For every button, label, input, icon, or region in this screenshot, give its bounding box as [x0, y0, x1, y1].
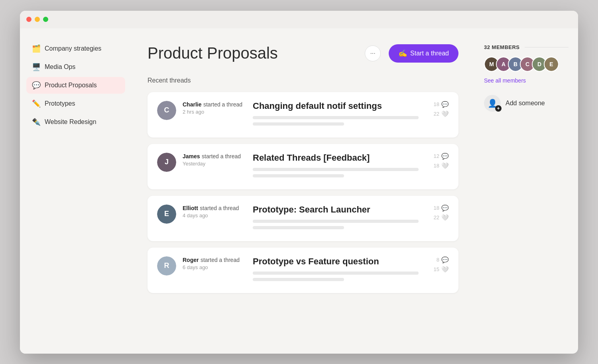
main-header: Product Proposals ··· ✍️ Start a thread: [148, 44, 458, 63]
like-stat: 18 🤍: [434, 162, 449, 169]
thread-avatar: J: [157, 153, 176, 172]
thread-card[interactable]: C Charlie started a thread 2 hrs ago Cha…: [148, 92, 458, 138]
plus-icon: +: [495, 105, 502, 112]
thread-author-action: James started a thread: [183, 153, 246, 160]
sidebar-item-website-redesign[interactable]: ✒️ Website Redesign: [26, 114, 125, 130]
thread-preview-line-1: [253, 220, 419, 223]
thread-avatar: E: [157, 205, 176, 224]
thread-preview-line-1: [253, 116, 419, 119]
heart-icon: 🤍: [441, 266, 449, 273]
thread-author-action: Charlie started a thread: [183, 101, 246, 108]
thread-stats: 18 💬 22 🤍: [425, 101, 449, 118]
add-someone-button[interactable]: 👤 + Add someone: [484, 95, 568, 112]
comment-stat: 18 💬: [434, 205, 449, 212]
sidebar-label-company-strategies: Company strategies: [45, 45, 101, 52]
add-someone-label: Add someone: [506, 100, 545, 107]
comment-icon: 💬: [441, 205, 449, 212]
thread-preview-line-2: [253, 278, 344, 281]
thread-time: 2 hrs ago: [183, 109, 246, 115]
thread-meta: Roger started a thread 6 days ago: [183, 256, 246, 270]
members-header: 32 MEMBERS: [484, 44, 568, 50]
thread-card[interactable]: J James started a thread Yesterday Relat…: [148, 144, 458, 189]
see-all-members-link[interactable]: See all members: [484, 77, 568, 84]
comment-stat: 12 💬: [434, 153, 449, 160]
thread-time: 4 days ago: [183, 212, 246, 218]
comment-count: 18: [434, 205, 439, 211]
thread-title: Changing default notif settings: [253, 101, 419, 111]
thread-title: Prototype vs Feature question: [253, 256, 419, 267]
sidebar-item-company-strategies[interactable]: 🗂️ Company strategies: [26, 40, 125, 57]
sidebar-item-product-proposals[interactable]: 💬 Product Proposals: [26, 77, 125, 94]
sidebar-icon-website-redesign: ✒️: [32, 118, 41, 126]
heart-icon: 🤍: [441, 214, 449, 221]
thread-time: Yesterday: [183, 161, 246, 167]
thread-author: Charlie: [183, 101, 201, 108]
heart-icon: 🤍: [441, 162, 449, 169]
sidebar-icon-product-proposals: 💬: [32, 81, 41, 90]
app-window: 🗂️ Company strategies 🖥️ Media Ops 💬 Pro…: [20, 11, 578, 354]
thread-action: started a thread: [203, 101, 242, 108]
comment-icon: 💬: [441, 256, 449, 264]
thread-body: Prototype: Search Launcher: [253, 205, 419, 232]
sidebar-label-website-redesign: Website Redesign: [45, 118, 96, 126]
thread-time: 6 days ago: [183, 264, 246, 270]
sidebar-label-media-ops: Media Ops: [45, 63, 75, 71]
thread-stats: 12 💬 18 🤍: [425, 153, 449, 169]
thread-author: Elliott: [183, 205, 198, 211]
titlebar: [20, 11, 578, 28]
sidebar-item-media-ops[interactable]: 🖥️ Media Ops: [26, 59, 125, 75]
members-count: 32 MEMBERS: [484, 44, 520, 50]
like-stat: 22 🤍: [434, 110, 449, 118]
members-avatars: M A B C D E: [484, 57, 568, 72]
thread-preview-line-2: [253, 174, 344, 177]
like-stat: 22 🤍: [434, 214, 449, 221]
comment-icon: 💬: [441, 101, 449, 108]
pen-icon: ✍️: [398, 49, 407, 58]
thread-card[interactable]: R Roger started a thread 6 days ago Prot…: [148, 248, 458, 293]
thread-stats: 18 💬 22 🤍: [425, 205, 449, 221]
thread-preview-line-2: [253, 226, 344, 229]
content-area: 🗂️ Company strategies 🖥️ Media Ops 💬 Pro…: [20, 28, 578, 354]
thread-author: James: [183, 153, 200, 159]
thread-title: Prototype: Search Launcher: [253, 205, 419, 215]
like-count: 22: [434, 214, 439, 220]
comment-count: 12: [434, 153, 439, 159]
add-avatar-wrap: 👤 +: [484, 95, 501, 112]
thread-card[interactable]: E Elliott started a thread 4 days ago Pr…: [148, 196, 458, 241]
thread-author-action: Roger started a thread: [183, 256, 246, 264]
like-count: 22: [434, 111, 439, 117]
comment-count: 18: [434, 101, 439, 107]
thread-meta: Elliott started a thread 4 days ago: [183, 205, 246, 218]
start-thread-label: Start a thread: [410, 50, 449, 57]
sidebar: 🗂️ Company strategies 🖥️ Media Ops 💬 Pro…: [20, 28, 132, 354]
heart-icon: 🤍: [441, 110, 449, 118]
maximize-dot[interactable]: [43, 17, 48, 22]
thread-body: Related Threads [Feedback]: [253, 153, 419, 181]
member-avatar: E: [544, 57, 559, 72]
thread-preview-line-1: [253, 272, 419, 275]
like-stat: 15 🤍: [434, 266, 449, 273]
start-thread-button[interactable]: ✍️ Start a thread: [389, 44, 458, 63]
thread-title: Related Threads [Feedback]: [253, 153, 419, 163]
sidebar-item-prototypes[interactable]: ✏️ Prototypes: [26, 95, 125, 112]
more-button[interactable]: ···: [365, 45, 381, 61]
sidebar-label-prototypes: Prototypes: [45, 100, 75, 107]
thread-preview-line-1: [253, 168, 419, 171]
more-icon: ···: [370, 50, 375, 57]
like-count: 18: [434, 163, 439, 169]
minimize-dot[interactable]: [35, 17, 40, 22]
sidebar-icon-company-strategies: 🗂️: [32, 44, 41, 53]
thread-avatar: C: [157, 101, 176, 120]
thread-body: Prototype vs Feature question: [253, 256, 419, 284]
main-area: Product Proposals ··· ✍️ Start a thread …: [132, 28, 474, 354]
thread-preview-line-2: [253, 122, 344, 126]
threads-list: C Charlie started a thread 2 hrs ago Cha…: [148, 92, 458, 293]
close-dot[interactable]: [26, 17, 31, 22]
thread-action: started a thread: [202, 153, 241, 159]
thread-action: started a thread: [201, 257, 240, 263]
sidebar-label-product-proposals: Product Proposals: [45, 82, 97, 89]
recent-threads-label: Recent threads: [148, 77, 458, 84]
page-title: Product Proposals: [148, 44, 357, 62]
thread-action: started a thread: [200, 205, 239, 211]
thread-avatar: R: [157, 256, 176, 275]
